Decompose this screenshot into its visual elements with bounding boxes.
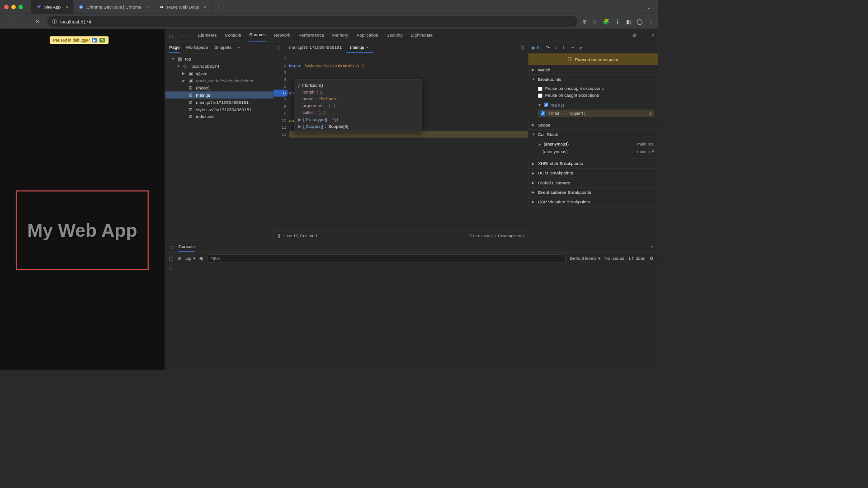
- section-global[interactable]: ▶Global Listeners: [528, 178, 658, 187]
- tree-file-indexcss[interactable]: 🗎index.css: [165, 113, 273, 120]
- tab-memory[interactable]: Memory: [331, 29, 349, 42]
- tab-network[interactable]: Network: [273, 29, 291, 42]
- tab-application[interactable]: Application: [356, 29, 379, 42]
- context-selector[interactable]: top ▾: [185, 256, 195, 261]
- maximize-window-button[interactable]: [19, 5, 23, 9]
- drawer-menu-icon[interactable]: ⋮: [169, 244, 174, 249]
- section-xhr[interactable]: ▶XHR/fetch Breakpoints: [528, 159, 658, 168]
- address-bar[interactable]: ⓘ localhost:5174: [47, 16, 578, 27]
- close-devtools-icon[interactable]: ×: [651, 32, 655, 38]
- section-scope[interactable]: ▶Scope: [528, 120, 658, 129]
- close-window-button[interactable]: [4, 5, 9, 9]
- close-tab-icon[interactable]: ×: [146, 4, 149, 9]
- browser-tab-mdn[interactable]: M MDN Web Docs ×: [154, 0, 212, 14]
- issues-indicator[interactable]: No Issues: [604, 256, 624, 261]
- format-icon[interactable]: {}: [278, 233, 280, 238]
- clear-console-icon[interactable]: ⊘: [178, 256, 181, 261]
- search-icon[interactable]: ⊕: [582, 18, 587, 24]
- tree-host[interactable]: ▼◇localhost:5174: [165, 63, 273, 70]
- drawer-tab-console[interactable]: Console: [179, 244, 195, 252]
- close-drawer-icon[interactable]: ×: [651, 244, 654, 249]
- inspect-icon[interactable]: ⬚: [169, 32, 174, 38]
- subtab-snippets[interactable]: Snippets: [214, 45, 231, 50]
- menu-icon[interactable]: ⋮: [648, 18, 654, 24]
- tree-top[interactable]: ▼▦top: [165, 56, 273, 63]
- section-csp[interactable]: ▶CSP Violation Breakpoints: [528, 197, 658, 206]
- app-heading-box: My Web App: [16, 190, 149, 270]
- paused-overlay: Paused in debugger ▶ ↷: [50, 36, 109, 44]
- tab-elements[interactable]: Elements: [197, 29, 217, 42]
- close-tab-icon[interactable]: ×: [204, 4, 207, 9]
- more-icon[interactable]: ⋮: [642, 32, 646, 38]
- pause-uncaught-checkbox[interactable]: [538, 86, 542, 91]
- callstack-frame[interactable]: (anonymous)main.js:5: [538, 148, 655, 156]
- toggle-navigator-icon[interactable]: ◫: [274, 45, 285, 50]
- sidebar-toggle-icon[interactable]: ◫: [169, 256, 173, 261]
- tree-vite-folder[interactable]: ▶▣@vite: [165, 70, 273, 77]
- line-gutter[interactable]: 123456789101112: [274, 53, 289, 230]
- code-editor[interactable]: 123456789101112 import "/style.css?t=171…: [274, 53, 528, 230]
- new-tab-button[interactable]: +: [212, 3, 225, 10]
- tab-lighthouse[interactable]: Lighthouse: [410, 29, 433, 42]
- more-tabs-icon[interactable]: »: [238, 45, 240, 50]
- console-filter-input[interactable]: Filter: [208, 254, 566, 263]
- browser-tab-vite[interactable]: Vite App ×: [31, 0, 74, 14]
- chevron-down-icon[interactable]: ⌄: [646, 4, 654, 10]
- editor-tab-mainjs-ts[interactable]: main.js?t=1710504969181: [285, 42, 346, 53]
- tab-title: Vite App: [44, 4, 61, 9]
- subtab-workspace[interactable]: Workspace: [186, 45, 208, 50]
- resume-button[interactable]: ▶⏸: [532, 44, 541, 51]
- tab-performance[interactable]: Performance: [298, 29, 325, 42]
- tree-file-mainjs-ts[interactable]: 🗎main.js?t=1710504969181: [165, 99, 273, 106]
- callstack-frame[interactable]: ➤(anonymous)main.js:6: [538, 141, 655, 148]
- section-callstack[interactable]: ▼Call Stack: [528, 130, 658, 139]
- more-icon[interactable]: ⋮: [264, 45, 269, 50]
- section-watch[interactable]: ▶Watch: [528, 65, 658, 74]
- profile-icon[interactable]: ◯: [637, 18, 643, 24]
- site-info-icon[interactable]: ⓘ: [52, 19, 57, 25]
- breakpoint-entry[interactable]: if (fruit === "apple") { 6: [538, 109, 655, 117]
- sidepanel-icon[interactable]: ◧: [626, 18, 631, 24]
- browser-tab-devtools[interactable]: Chrome DevTools | Chrome ×: [73, 0, 154, 14]
- tab-sources[interactable]: Sources: [249, 29, 266, 42]
- step-into-button[interactable]: ↓: [555, 45, 558, 51]
- step-out-button[interactable]: ↑: [562, 45, 565, 51]
- console-output[interactable]: >: [165, 264, 658, 370]
- console-settings-icon[interactable]: ⚙: [650, 256, 654, 261]
- section-dom[interactable]: ▶DOM Breakpoints: [528, 169, 658, 178]
- bp-file-checkbox[interactable]: [544, 103, 548, 107]
- tab-console[interactable]: Console: [224, 29, 242, 42]
- settings-icon[interactable]: ⚙: [632, 32, 637, 38]
- subtab-page[interactable]: Page: [169, 45, 179, 52]
- pause-caught-checkbox[interactable]: [538, 94, 542, 98]
- tree-file-index[interactable]: 🗎(index): [165, 84, 273, 91]
- step-overlay-button[interactable]: ↷: [99, 38, 105, 42]
- tab-security[interactable]: Security: [386, 29, 403, 42]
- download-icon[interactable]: ⭳: [615, 18, 620, 24]
- devtools-tabs: ⬚ ⫍⫎ Elements Console Sources Network Pe…: [165, 29, 658, 42]
- close-tab-icon[interactable]: ×: [366, 45, 369, 50]
- tree-file-mainjs[interactable]: 🗎main.js: [165, 91, 273, 99]
- log-levels-selector[interactable]: Default levels ▾: [570, 256, 600, 261]
- section-event[interactable]: ▶Event Listener Breakpoints: [528, 188, 658, 197]
- back-button[interactable]: ←: [4, 17, 14, 26]
- forward-button[interactable]: →: [19, 17, 28, 26]
- bookmark-icon[interactable]: ☆: [592, 18, 597, 24]
- close-tab-icon[interactable]: ×: [66, 4, 68, 9]
- live-expression-icon[interactable]: ◉: [199, 256, 203, 261]
- section-breakpoints[interactable]: ▼Breakpoints: [528, 75, 658, 84]
- device-toggle-icon[interactable]: ⫍⫎: [180, 32, 191, 38]
- step-over-button[interactable]: ↷: [546, 44, 550, 51]
- tree-nodemodules[interactable]: ▶▣node_modules/vite/dist/client: [165, 77, 273, 84]
- editor-tab-mainjs[interactable]: main.js×: [346, 42, 373, 53]
- tree-file-stylecss[interactable]: 🗎style.css?t=1710504969181: [165, 106, 273, 113]
- breakpoint-checkbox[interactable]: [541, 111, 545, 116]
- minimize-window-button[interactable]: [11, 5, 16, 9]
- resume-overlay-button[interactable]: ▶: [92, 38, 97, 42]
- bp-file-group[interactable]: ▼ main.js: [538, 100, 655, 109]
- extensions-icon[interactable]: 🧩: [603, 18, 609, 24]
- step-button[interactable]: →: [570, 45, 575, 51]
- deactivate-breakpoints-button[interactable]: ⌀: [580, 44, 583, 51]
- reload-button[interactable]: ✕: [33, 17, 42, 26]
- toggle-sidebar-icon[interactable]: ◫: [520, 45, 524, 50]
